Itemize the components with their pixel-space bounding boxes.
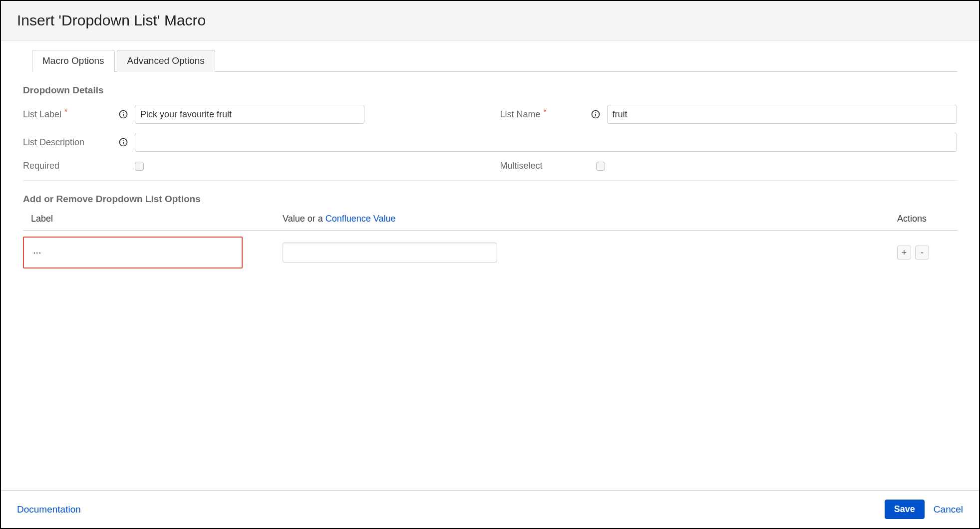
label-text: Required xyxy=(23,161,59,171)
tab-label: Macro Options xyxy=(42,55,104,66)
tab-advanced-options[interactable]: Advanced Options xyxy=(117,50,215,72)
cell-actions: + - xyxy=(877,246,957,260)
required-mark: * xyxy=(544,108,547,117)
save-button[interactable]: Save xyxy=(885,500,925,519)
options-table: Label Value or a Confluence Value Action… xyxy=(23,214,957,268)
cell-value xyxy=(283,243,877,263)
footer-left: Documentation xyxy=(17,504,885,515)
row-required-multiselect: Required Multiselect xyxy=(23,161,957,171)
tab-macro-options[interactable]: Macro Options xyxy=(32,50,115,72)
row-list-label-name: List Label * List Name * xyxy=(23,105,957,124)
option-label-input[interactable]: ... xyxy=(23,237,243,268)
row-list-description: List Description xyxy=(23,133,957,152)
option-label-value: ... xyxy=(33,245,41,256)
group-list-description: List Description xyxy=(23,133,957,152)
info-icon[interactable] xyxy=(118,137,129,148)
confluence-value-link[interactable]: Confluence Value xyxy=(326,214,396,224)
info-icon[interactable] xyxy=(590,109,601,120)
documentation-link[interactable]: Documentation xyxy=(17,504,81,515)
dialog-footer: Documentation Save Cancel xyxy=(1,490,979,528)
svg-point-5 xyxy=(595,112,596,113)
dialog-body: Macro Options Advanced Options Dropdown … xyxy=(1,40,979,490)
head-value: Value or a Confluence Value xyxy=(283,214,877,224)
group-list-name: List Name * xyxy=(500,105,958,124)
label-text: List Description xyxy=(23,137,84,148)
label-text: List Name xyxy=(500,109,541,120)
list-name-input[interactable] xyxy=(607,105,958,124)
label-required: Required xyxy=(23,161,135,171)
tab-label: Advanced Options xyxy=(127,55,205,66)
divider xyxy=(23,180,957,181)
label-text: Multiselect xyxy=(500,161,543,171)
svg-point-8 xyxy=(123,140,124,141)
group-list-label: List Label * xyxy=(23,105,480,124)
required-checkbox[interactable] xyxy=(135,162,144,171)
info-icon[interactable] xyxy=(118,109,129,120)
option-value-input[interactable] xyxy=(283,243,497,263)
list-description-input[interactable] xyxy=(135,133,957,152)
head-label: Label xyxy=(23,214,283,224)
section-dropdown-details: Dropdown Details xyxy=(23,85,957,96)
required-mark: * xyxy=(64,108,67,117)
group-required: Required xyxy=(23,161,480,171)
label-list-description: List Description xyxy=(23,137,118,148)
options-head: Label Value or a Confluence Value Action… xyxy=(23,214,957,231)
label-list-label: List Label * xyxy=(23,109,118,120)
dialog-header: Insert 'Dropdown List' Macro xyxy=(1,1,979,40)
list-label-input[interactable] xyxy=(135,105,364,124)
group-multiselect: Multiselect xyxy=(500,161,958,171)
svg-point-2 xyxy=(123,112,124,113)
cancel-button[interactable]: Cancel xyxy=(934,504,963,515)
add-option-button[interactable]: + xyxy=(897,246,911,260)
label-text: List Label xyxy=(23,109,61,120)
tabs: Macro Options Advanced Options xyxy=(32,49,957,72)
remove-option-button[interactable]: - xyxy=(915,246,929,260)
plus-icon: + xyxy=(902,248,907,257)
cell-label: ... xyxy=(23,237,283,268)
head-actions: Actions xyxy=(877,214,957,224)
multiselect-checkbox[interactable] xyxy=(596,162,605,171)
dialog-title: Insert 'Dropdown List' Macro xyxy=(17,12,963,29)
minus-icon: - xyxy=(921,248,924,257)
label-list-name: List Name * xyxy=(500,109,590,120)
table-row: ... + - xyxy=(23,231,957,268)
label-multiselect: Multiselect xyxy=(500,161,596,171)
head-value-prefix: Value or a xyxy=(283,214,326,224)
section-options-title: Add or Remove Dropdown List Options xyxy=(23,194,957,205)
